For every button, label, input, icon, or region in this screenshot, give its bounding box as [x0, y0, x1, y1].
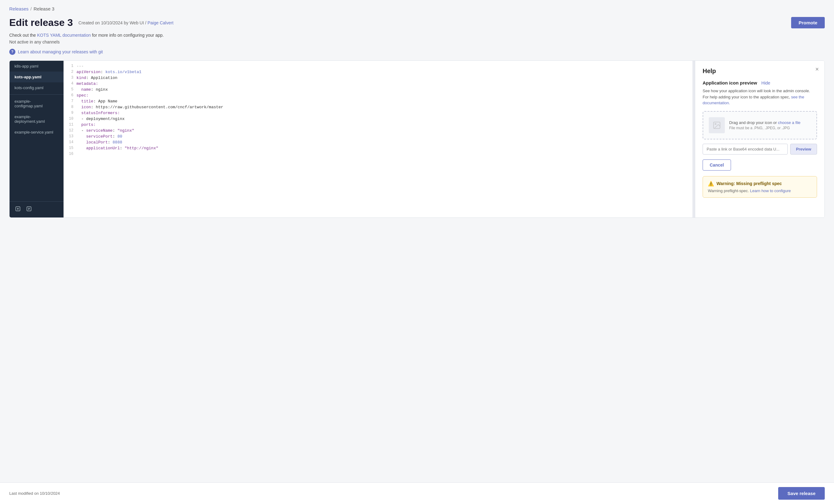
- code-editor[interactable]: 1--- 2apiVersion: kots.io/v1beta1 3kind:…: [64, 61, 693, 217]
- warning-icon: ⚠️: [708, 181, 714, 187]
- icon-drop-zone[interactable]: Drag and drop your icon or choose a file…: [703, 111, 817, 139]
- promote-button[interactable]: Promote: [791, 17, 825, 28]
- editor-container: k8s-app.yaml kots-app.yaml kots-config.y…: [9, 61, 825, 218]
- preview-row: Preview: [703, 144, 817, 155]
- file-item-example-service[interactable]: example-service.yaml: [9, 127, 64, 137]
- file-item-kots-config[interactable]: kots-config.yaml: [9, 82, 64, 93]
- docs-link[interactable]: KOTS YAML documentation: [37, 33, 91, 38]
- git-learn-row: ? Learn about managing your releases wit…: [9, 49, 825, 55]
- breadcrumb-releases-link[interactable]: Releases: [9, 6, 29, 12]
- help-close-button[interactable]: ×: [815, 66, 819, 73]
- check-suffix: for more info on configuring your app.: [92, 33, 164, 38]
- file-divider: [9, 94, 64, 95]
- file-item-k8s[interactable]: k8s-app.yaml: [9, 61, 64, 71]
- git-learn-link[interactable]: Learn about managing your releases with …: [18, 49, 103, 54]
- page-footer: Last modified on 10/10/2024 Save release: [0, 482, 834, 504]
- warning-box: ⚠️ Warning: Missing preflight spec Warni…: [703, 176, 817, 198]
- warning-learn-link[interactable]: Learn how to configure: [750, 189, 791, 193]
- choose-file-link[interactable]: choose a file: [778, 120, 800, 125]
- file-item-example-configmap[interactable]: example-configmap.yaml: [9, 96, 64, 111]
- breadcrumb-current: Release 3: [34, 6, 54, 12]
- help-hide-link[interactable]: Hide: [762, 81, 770, 85]
- svg-point-3: [715, 124, 716, 125]
- save-release-button[interactable]: Save release: [778, 487, 825, 500]
- cancel-button[interactable]: Cancel: [703, 159, 731, 171]
- drop-text: Drag and drop your icon or choose a file: [729, 120, 800, 125]
- help-circle-icon: ?: [9, 49, 16, 55]
- breadcrumb-separator: /: [30, 6, 32, 12]
- help-title: Help: [703, 68, 817, 75]
- info-row: Check out the KOTS YAML documentation fo…: [9, 33, 825, 38]
- author-link[interactable]: Paige Calvert: [148, 20, 173, 25]
- footer-modified-text: Last modified on 10/10/2024: [9, 491, 60, 496]
- check-text: Check out the: [9, 33, 36, 38]
- page-wrapper: Releases / Release 3 Edit release 3 Crea…: [0, 0, 834, 504]
- resize-handle[interactable]: ⋮⋮: [693, 61, 695, 217]
- page-title: Edit release 3: [9, 17, 73, 28]
- file-item-kots-app[interactable]: kots-app.yaml: [9, 71, 64, 82]
- warning-title: Warning: Missing preflight spec: [717, 181, 782, 186]
- sidebar-actions: [9, 201, 64, 217]
- header-row: Edit release 3 Created on 10/10/2024 by …: [9, 17, 825, 28]
- icon-url-input[interactable]: [703, 144, 788, 155]
- file-sidebar: k8s-app.yaml kots-app.yaml kots-config.y…: [9, 61, 64, 217]
- preview-button[interactable]: Preview: [790, 144, 817, 155]
- drop-icon: [709, 117, 725, 133]
- upload-file-button[interactable]: [15, 205, 21, 214]
- header-meta: Created on 10/10/2024 by Web UI / Paige …: [78, 20, 173, 25]
- file-item-example-deployment[interactable]: example-deployment.yaml: [9, 111, 64, 127]
- help-description: See how your application icon will look …: [703, 88, 817, 106]
- warning-body: Warning preflight-spec. Learn how to con…: [708, 189, 812, 193]
- drop-subtext: File must be a .PNG, .JPEG, or .JPG: [729, 126, 800, 130]
- help-section-title: Application icon preview: [703, 80, 757, 85]
- help-panel: × Help Application icon preview Hide See…: [695, 61, 825, 217]
- new-file-button[interactable]: [26, 205, 32, 214]
- meta-text: Created on 10/10/2024 by Web UI /: [78, 20, 146, 25]
- breadcrumb: Releases / Release 3: [9, 6, 825, 12]
- not-active-text: Not active in any channels: [9, 40, 825, 44]
